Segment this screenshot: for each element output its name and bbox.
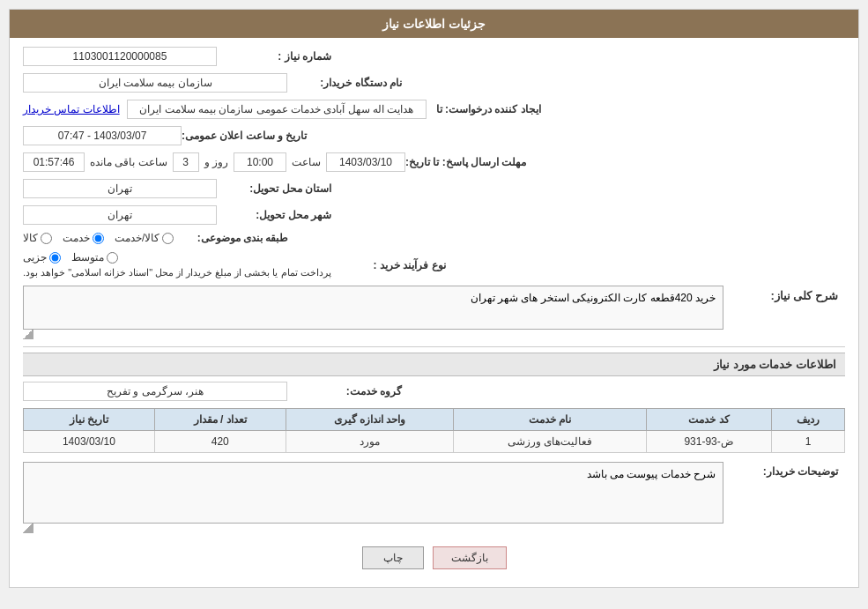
process-label-jozii: جزیی: [23, 251, 47, 264]
back-button[interactable]: بازگشت: [433, 546, 507, 569]
category-label: طبقه بندی موضوعی:: [174, 232, 288, 244]
buyer-notes-resize-handle: [23, 523, 33, 533]
buyer-notes-row: توضیحات خریدار: شرح خدمات پیوست می باشد: [23, 462, 845, 533]
creator-row: ایجاد کننده درخواست: تا هدایت اله سهل آب…: [23, 100, 845, 119]
need-desc-textarea[interactable]: خرید 420قطعه کارت الکترونیکی استخر های ش…: [23, 286, 723, 330]
creator-link[interactable]: اطلاعات تماس خریدار: [23, 103, 120, 115]
category-row: طبقه بندی موضوعی: کالا/خدمت خدمت کالا: [23, 232, 845, 244]
delivery-city-label: شهر محل تحویل:: [217, 209, 331, 221]
buttons-row: بازگشت چاپ: [23, 546, 845, 569]
page-header: جزئیات اطلاعات نیاز: [10, 10, 858, 38]
category-radio-group: کالا/خدمت خدمت کالا: [23, 232, 174, 244]
col-date: تاریخ نیاز: [24, 409, 155, 431]
process-radio-jozii[interactable]: [49, 252, 61, 264]
need-number-row: شماره نیاز : 1103001120000085: [23, 47, 845, 66]
need-desc-label: شرح کلی نیاز:: [723, 289, 838, 302]
creator-label: ایجاد کننده درخواست: تا: [427, 103, 541, 115]
category-option-khedmat: خدمت: [63, 232, 104, 244]
process-row: نوع فرآیند خرید : متوسط جزیی پرداخت تمام…: [23, 251, 845, 279]
announcement-value: 1403/03/07 - 07:47: [23, 126, 182, 145]
response-time-label: ساعت: [292, 156, 321, 168]
divider-1: [23, 346, 845, 347]
process-label-motavasset: متوسط: [71, 251, 104, 264]
cell-row-num: 1: [771, 431, 844, 453]
page-title: جزئیات اطلاعات نیاز: [382, 17, 486, 31]
col-row: ردیف: [771, 409, 844, 431]
process-option-jozii: جزیی: [23, 251, 61, 264]
col-service-name: نام خدمت: [454, 409, 647, 431]
cell-quantity: 420: [154, 431, 286, 453]
process-radio-group: متوسط جزیی: [23, 251, 118, 264]
cell-unit: مورد: [286, 431, 454, 453]
process-note: پرداخت تمام یا بخشی از مبلغ خریدار از مح…: [23, 267, 331, 279]
service-group-value: هنر، سرگرمی و تفریح: [23, 382, 287, 401]
col-unit: واحد اندازه گیری: [286, 409, 454, 431]
col-service-code: کد خدمت: [647, 409, 772, 431]
category-label-khedmat: خدمت: [63, 232, 90, 244]
need-desc-row: شرح کلی نیاز: خرید 420قطعه کارت الکترونی…: [23, 286, 845, 339]
table-row: 1 ض-93-931 فعالیت‌های ورزشی مورد 420 140…: [24, 431, 845, 453]
buyer-notes-label: توضیحات خریدار:: [723, 465, 838, 478]
need-desc-wrapper: خرید 420قطعه کارت الکترونیکی استخر های ش…: [23, 286, 723, 339]
announcement-row: تاریخ و ساعت اعلان عمومی: 1403/03/07 - 0…: [23, 126, 845, 145]
need-number-label: شماره نیاز :: [217, 50, 331, 63]
process-option-motavasset: متوسط: [71, 251, 118, 264]
main-container: جزئیات اطلاعات نیاز شماره نیاز : 1103001…: [9, 9, 859, 588]
category-option-kala-khedmat: کالا/خدمت: [115, 232, 174, 244]
announcement-label: تاریخ و ساعت اعلان عمومی:: [182, 130, 307, 142]
buyer-org-row: نام دستگاه خریدار: سازمان بیمه سلامت ایر…: [23, 73, 845, 93]
process-label: نوع فرآیند خرید :: [331, 259, 446, 271]
response-time: 10:00: [234, 152, 286, 172]
category-radio-kala[interactable]: [41, 233, 52, 244]
category-label-kala-khedmat: کالا/خدمت: [115, 232, 160, 244]
buyer-org-label: نام دستگاه خریدار:: [287, 77, 402, 89]
response-days: 3: [173, 152, 199, 172]
category-label-kala: کالا: [23, 232, 38, 244]
content-area: شماره نیاز : 1103001120000085 نام دستگاه…: [10, 38, 858, 587]
response-deadline-label: مهلت ارسال پاسخ: تا تاریخ:: [405, 156, 526, 168]
category-option-kala: کالا: [23, 232, 52, 244]
response-remaining-label: ساعت باقی مانده: [90, 156, 167, 168]
cell-date: 1403/03/10: [24, 431, 155, 453]
category-radio-khedmat[interactable]: [93, 233, 104, 244]
response-days-label: روز و: [204, 156, 228, 168]
buyer-notes-textarea[interactable]: شرح خدمات پیوست می باشد: [23, 462, 723, 524]
resize-handle: [23, 329, 33, 339]
category-radio-kala-khedmat[interactable]: [162, 233, 174, 244]
service-group-label: گروه خدمت:: [287, 385, 402, 397]
response-remaining: 01:57:46: [23, 152, 85, 172]
services-table: ردیف کد خدمت نام خدمت واحد اندازه گیری ت…: [23, 408, 845, 453]
delivery-province-label: استان محل تحویل:: [217, 182, 331, 195]
buyer-org-value: سازمان بیمه سلامت ایران: [23, 73, 287, 93]
services-section-title: اطلاعات خدمات مورد نیاز: [714, 358, 836, 371]
creator-value: هدایت اله سهل آبادی خدمات عمومی سازمان ب…: [127, 100, 427, 119]
need-number-value: 1103001120000085: [23, 47, 217, 66]
col-quantity: تعداد / مقدار: [154, 409, 286, 431]
buyer-notes-wrapper: شرح خدمات پیوست می باشد: [23, 462, 723, 533]
delivery-province-value: تهران: [23, 179, 217, 198]
response-datetime-group: 1403/03/10 ساعت 10:00 روز و 3 ساعت باقی …: [23, 152, 405, 172]
print-button[interactable]: چاپ: [362, 546, 424, 569]
delivery-city-value: تهران: [23, 205, 217, 225]
services-section-header: اطلاعات خدمات مورد نیاز: [23, 353, 845, 376]
cell-service-name: فعالیت‌های ورزشی: [454, 431, 647, 453]
process-radio-motavasset[interactable]: [107, 252, 118, 264]
service-group-row: گروه خدمت: هنر، سرگرمی و تفریح: [23, 382, 845, 401]
delivery-city-row: شهر محل تحویل: تهران: [23, 205, 845, 225]
response-deadline-row: مهلت ارسال پاسخ: تا تاریخ: 1403/03/10 سا…: [23, 152, 845, 172]
page-wrapper: جزئیات اطلاعات نیاز شماره نیاز : 1103001…: [0, 0, 868, 609]
delivery-province-row: استان محل تحویل: تهران: [23, 179, 845, 198]
cell-service-code: ض-93-931: [647, 431, 772, 453]
response-date: 1403/03/10: [326, 152, 405, 172]
